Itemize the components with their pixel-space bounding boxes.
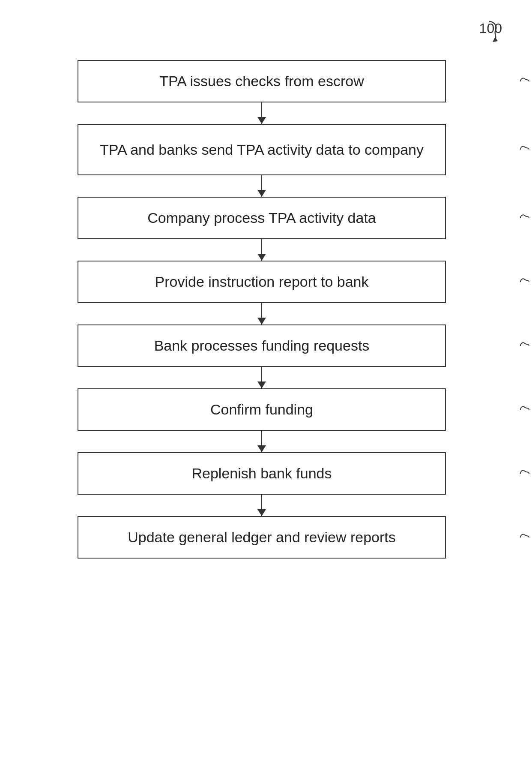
arrow-1-2 (261, 175, 262, 197)
arrow-5-6 (261, 431, 262, 452)
flow-step-108: Provide instruction report to bank 108 (26, 261, 498, 303)
arrow-3-4 (261, 303, 262, 324)
flow-box-116: Update general ledger and review reports (78, 516, 446, 559)
arrow-4-5 (261, 367, 262, 388)
diagram-container: 100 TPA issues checks from escrow 102 TP… (0, 0, 532, 778)
step-label-112: 112 (519, 403, 532, 417)
step-label-116: 116 (519, 530, 532, 545)
flow-box-106: Company process TPA activity data (78, 197, 446, 239)
flow-step-104: TPA and banks send TPA activity data to … (26, 124, 498, 175)
flow-box-112: Confirm funding (78, 388, 446, 431)
flow-box-108: Provide instruction report to bank (78, 261, 446, 303)
arrow-6-7 (261, 495, 262, 516)
flow-wrapper: TPA issues checks from escrow 102 TPA an… (26, 60, 498, 559)
flow-box-104: TPA and banks send TPA activity data to … (78, 124, 446, 175)
flow-box-114: Replenish bank funds (78, 452, 446, 495)
step-label-104: 104 (519, 142, 532, 157)
flow-box-102: TPA issues checks from escrow (78, 60, 446, 102)
flow-step-112: Confirm funding 112 (26, 388, 498, 431)
arrow-2-3 (261, 239, 262, 261)
flow-step-102: TPA issues checks from escrow 102 (26, 60, 498, 102)
flow-step-114: Replenish bank funds 114 (26, 452, 498, 495)
step-label-108: 108 (519, 275, 532, 289)
diagram-ref-100: 100 (463, 17, 502, 46)
step-label-110: 110 (519, 339, 532, 353)
step-label-106: 106 (519, 211, 532, 225)
flow-step-110: Bank processes funding requests 110 (26, 324, 498, 367)
step-label-102: 102 (519, 74, 532, 89)
step-label-114: 114 (519, 466, 532, 481)
svg-marker-0 (493, 37, 498, 42)
flow-step-106: Company process TPA activity data 106 (26, 197, 498, 239)
flow-box-110: Bank processes funding requests (78, 324, 446, 367)
arrow-0-1 (261, 102, 262, 124)
flow-step-116: Update general ledger and review reports… (26, 516, 498, 559)
